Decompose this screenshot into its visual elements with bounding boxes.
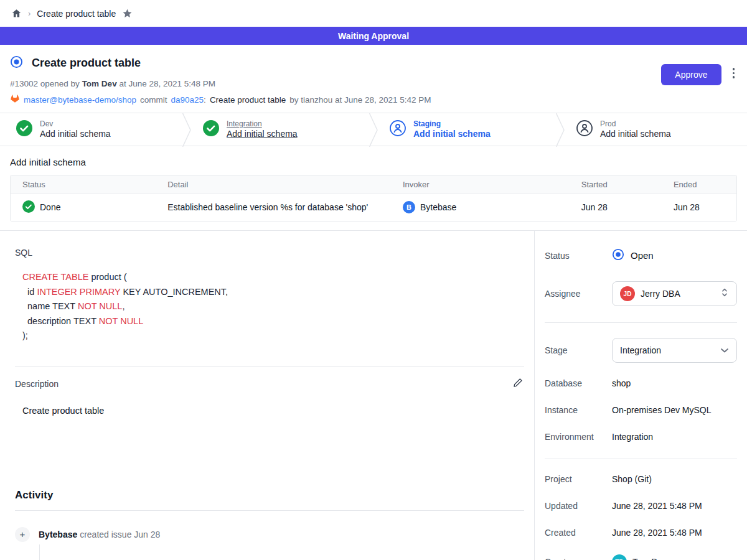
task-ended: Jun 28	[662, 202, 736, 212]
description-text: Create product table	[22, 406, 524, 416]
task-status: Done	[40, 202, 60, 212]
sql-code-block: CREATE TABLE product ( id INTEGER PRIMAR…	[22, 270, 524, 343]
vcs-commit-message: Create product table	[210, 95, 286, 105]
assignee-label: Assignee	[545, 289, 612, 299]
vcs-line: master@bytebase-demo/shop commit da90a25…	[10, 94, 661, 105]
invoker-avatar: B	[403, 201, 415, 213]
task-section-title: Add initial schema	[10, 157, 737, 167]
stage-separator	[182, 113, 191, 147]
task-detail: Established baseline version %s for data…	[156, 202, 391, 212]
stage-task-label: Add initial schema	[413, 129, 491, 140]
instance-value: On-premises Dev MySQL	[612, 405, 711, 415]
sql-line: CREATE TABLE product (	[22, 270, 524, 285]
issue-open-icon	[10, 55, 23, 71]
sql-line: id INTEGER PRIMARY KEY AUTO_INCREMENT,	[22, 285, 524, 300]
stage-done-icon	[203, 120, 219, 139]
breadcrumb: › Create product table	[0, 0, 747, 27]
description-label: Description	[15, 379, 59, 389]
status-open-icon	[612, 248, 624, 263]
pipeline-stage-integration[interactable]: Integration Add initial schema	[187, 113, 374, 146]
pipeline: Dev Add initial schema Integration Add i…	[0, 113, 747, 146]
stage-select[interactable]: Integration	[612, 338, 737, 363]
stage-env-label[interactable]: Integration	[227, 119, 298, 129]
chevron-right-icon: ›	[28, 9, 31, 18]
issue-author: Tom Dev	[82, 79, 117, 88]
instance-label: Instance	[545, 405, 612, 415]
stage-env-label: Staging	[413, 119, 491, 129]
vcs-byline: by tianzhou at June 28, 2021 5:42 PM	[289, 95, 431, 105]
status-label: Status	[545, 251, 612, 261]
col-started: Started	[570, 180, 662, 189]
status-value: Open	[631, 250, 654, 261]
assignee-avatar: JD	[620, 286, 635, 301]
breadcrumb-title: Create product table	[37, 9, 116, 19]
table-row[interactable]: Done Established baseline version %s for…	[11, 194, 736, 221]
project-value[interactable]: Shop (Git)	[612, 474, 652, 484]
task-invoker: Bytebase	[420, 202, 456, 212]
col-invoker: Invoker	[391, 180, 570, 189]
issue-meta: #13002 opened by Tom Dev at June 28, 202…	[10, 79, 661, 88]
timeline-connector	[39, 544, 40, 560]
stage-value: Integration	[620, 345, 715, 355]
more-actions-menu[interactable]	[730, 64, 738, 82]
page-title: Create product table	[32, 57, 141, 70]
list-item: + Bytebase created issue Jun 28	[15, 527, 524, 542]
vcs-commit-hash-link[interactable]: da90a25	[171, 95, 204, 105]
col-ended: Ended	[662, 180, 736, 189]
activity-action: created issue Jun 28	[80, 530, 160, 539]
main-column: SQL CREATE TABLE product ( id INTEGER PR…	[0, 231, 534, 560]
stage-pending-person-icon	[576, 120, 593, 139]
approval-banner: Waiting Approval	[0, 27, 747, 45]
issue-header: Create product table #13002 opened by To…	[0, 45, 747, 113]
creator-value: Tom Dev	[632, 557, 667, 560]
done-check-icon	[22, 200, 35, 215]
issue-meta-time: at June 28, 2021 5:48 PM	[119, 79, 215, 88]
section-divider	[15, 510, 524, 511]
sidebar-divider	[545, 322, 737, 323]
stage-separator	[369, 113, 378, 147]
stage-task-label[interactable]: Add initial schema	[227, 129, 298, 140]
issue-meta-prefix: #13002 opened by	[10, 79, 80, 88]
updated-value: June 28, 2021 5:48 PM	[612, 501, 702, 511]
activity-title: Activity	[15, 489, 524, 502]
approval-banner-text: Waiting Approval	[338, 31, 409, 41]
gitlab-icon	[10, 94, 20, 105]
stage-task-label: Add initial schema	[40, 129, 111, 140]
task-table-header: Status Detail Invoker Started Ended	[11, 175, 736, 194]
environment-label: Environment	[545, 432, 612, 442]
created-value: June 28, 2021 5:48 PM	[612, 528, 702, 538]
home-icon[interactable]	[11, 8, 22, 19]
chevron-down-icon	[720, 345, 729, 356]
creator-label: Creator	[545, 557, 612, 560]
task-started: Jun 28	[570, 202, 662, 212]
plus-icon: +	[15, 527, 30, 542]
stage-separator	[556, 113, 565, 147]
created-label: Created	[545, 528, 612, 538]
sql-line: );	[22, 329, 524, 343]
edit-pencil-icon[interactable]	[512, 376, 524, 391]
pipeline-stage-staging[interactable]: Staging Add initial schema	[374, 113, 560, 146]
pipeline-stage-dev[interactable]: Dev Add initial schema	[0, 113, 187, 146]
project-label: Project	[545, 474, 612, 484]
col-detail: Detail	[156, 180, 391, 189]
star-icon[interactable]	[122, 8, 133, 19]
creator-avatar: TD	[612, 554, 627, 560]
col-status: Status	[11, 180, 156, 189]
vcs-branch-link[interactable]: master@bytebase-demo/shop	[24, 95, 136, 105]
stage-task-label: Add initial schema	[600, 129, 671, 140]
updated-label: Updated	[545, 501, 612, 511]
chevron-updown-icon	[720, 287, 729, 300]
assignee-select[interactable]: JD Jerry DBA	[612, 281, 737, 306]
database-value: shop	[612, 378, 631, 388]
sql-label: SQL	[15, 248, 524, 258]
stage-label: Stage	[545, 345, 612, 355]
details-sidebar: Status Open Assignee JD Jerry DBA Stage	[534, 231, 747, 560]
database-label: Database	[545, 378, 612, 388]
assignee-value: Jerry DBA	[641, 289, 715, 299]
sidebar-divider	[545, 459, 737, 459]
activity-actor: Bytebase	[39, 530, 77, 539]
stage-env-label: Dev	[40, 119, 111, 129]
approve-button[interactable]: Approve	[661, 64, 721, 85]
stage-env-label: Prod	[600, 119, 671, 129]
pipeline-stage-prod[interactable]: Prod Add initial schema	[560, 113, 747, 146]
